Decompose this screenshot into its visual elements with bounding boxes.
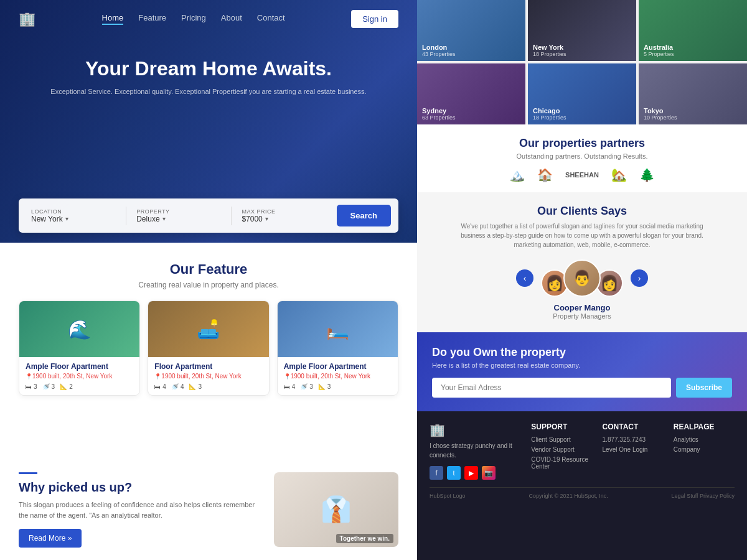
property-field[interactable]: PROPERTY Deluxe [131,206,226,226]
price-label: MAX PRICE [242,208,326,215]
carousel-next-button[interactable]: › [631,269,648,287]
hero-subtitle: Exceptional Service. Exceptional quality… [19,86,398,97]
property-label: PROPERTY [136,208,221,215]
readmore-button[interactable]: Read More » [19,529,82,548]
footer-bottom-left: HubSpot Logo [430,493,466,499]
nav-link-contact[interactable]: Contact [257,13,285,25]
carousel-prev-button[interactable]: ‹ [516,269,533,287]
location-label: LOCATION [31,208,116,215]
prop-image-1: 🛋️ [148,301,268,357]
location-field[interactable]: LOCATION New York [26,206,121,226]
footer-link-company[interactable]: Company [674,446,735,453]
partner-logo-2: SHEEHAN [565,171,599,179]
prop-name-2: Ample Floor Apartment [284,362,392,371]
city-info-2: Australia 5 Properties [639,40,679,61]
email-input[interactable] [432,378,671,398]
prop-area-1: 📐 3 [189,383,202,390]
why-title: Why picked us up? [19,480,261,495]
why-desc: This slogan produces a feeling of confid… [19,500,261,521]
partners-section: Our properties partners Outstanding part… [417,124,747,192]
social-facebook[interactable]: f [430,466,443,480]
property-card-1[interactable]: 🛋️ Floor Apartment 1900 built, 20th St, … [148,301,269,396]
why-accent [19,472,37,474]
right-panel: London 43 Properties New York 18 Propert… [417,0,747,560]
cta-form: Subscribe [432,378,732,398]
footer-col-title-contact: CONTACT [603,422,664,431]
prop-info-0: Ample Floor Apartment 1900 built, 20th S… [19,357,139,395]
city-card-1[interactable]: New York 18 Properties [528,0,636,61]
prop-beds-2: 🛏 4 [284,383,296,390]
city-name-3: Sydney [422,107,456,114]
property-card-2[interactable]: 🛏️ Ample Floor Apartment 1900 built, 20t… [277,301,398,396]
footer-link-phone[interactable]: 1.877.325.7243 [603,436,664,443]
city-info-1: New York 18 Properties [528,40,571,61]
footer-bottom: HubSpot Logo Copyright © 2021 HubSpot, I… [430,487,735,499]
city-info-0: London 43 Properties [417,40,461,61]
price-value[interactable]: $7000 [242,215,326,223]
signin-button[interactable]: Sign in [351,10,398,28]
city-card-5[interactable]: Tokyo 10 Properties [639,63,747,124]
city-name-0: London [422,44,456,51]
city-count-5: 10 Properties [644,114,677,121]
prop-info-2: Ample Floor Apartment 1900 built, 20th S… [278,357,398,395]
navbar: 🏢 Home Feature Pricing About Contact Sig… [0,0,417,38]
footer-col-title-support: SUPPORT [531,422,592,431]
city-info-3: Sydney 63 Properties [417,103,461,124]
testimonials-carousel: ‹ 👩 👨 👩 › [430,259,735,297]
prop-beds-0: 🛏 3 [26,383,37,390]
testimonial-name: Cooper Mango [430,303,735,312]
prop-stats-0: 🛏 3 🚿 3 📐 2 [26,383,133,390]
footer-link-analytics[interactable]: Analytics [674,436,735,443]
partner-icon-4: 🌲 [639,167,655,182]
prop-baths-0: 🚿 3 [42,383,55,390]
prop-addr-0: 1900 built, 20th St, New York [26,373,133,380]
prop-addr-2: 1900 built, 20th St, New York [284,373,392,380]
social-instagram[interactable]: 📷 [482,466,496,480]
city-card-3[interactable]: Sydney 63 Properties [417,63,525,124]
prop-image-0: 🌊 [19,301,139,357]
testimonial-role: Property Managers [430,312,735,320]
nav-link-feature[interactable]: Feature [138,13,166,25]
prop-image-2: 🛏️ [278,301,398,357]
testimonials-title: Our Clients Says [430,205,735,218]
search-button[interactable]: Search [337,205,391,226]
why-section: Why picked us up? This slogan produces a… [0,460,417,560]
why-left: Why picked us up? This slogan produces a… [19,472,261,548]
avatar-face-left: 👩 [545,274,564,292]
city-card-2[interactable]: Australia 5 Properties [639,0,747,61]
cta-subtitle: Here is a list of the greatest real esta… [432,362,732,369]
footer-link-client-support[interactable]: Client Support [531,436,592,443]
nav-link-home[interactable]: Home [102,13,124,25]
property-card-0[interactable]: 🌊 Ample Floor Apartment 1900 built, 20th… [19,301,140,396]
partners-logos: 🏔️ 🏠 SHEEHAN 🏡 🌲 [430,167,735,182]
footer-link-login[interactable]: Level One Login [603,446,664,453]
features-section: Our Feature Creating real value in prope… [0,243,417,460]
nav-link-about[interactable]: About [221,13,242,25]
prop-beds-1: 🛏 4 [154,383,166,390]
social-youtube[interactable]: ▶ [464,466,478,480]
divider-2 [231,207,232,225]
city-name-1: New York [533,44,566,51]
nav-link-pricing[interactable]: Pricing [181,13,206,25]
city-card-4[interactable]: Chicago 18 Properties [528,63,636,124]
partner-icon-0: 🏔️ [509,167,525,182]
city-grid: London 43 Properties New York 18 Propert… [417,0,747,124]
footer-logo: 🏢 [430,422,521,437]
footer-bottom-center: Copyright © 2021 HubSpot, Inc. [529,493,608,499]
prop-area-2: 📐 3 [318,383,331,390]
city-count-1: 18 Properties [533,51,566,57]
subscribe-button[interactable]: Subscribe [676,378,732,398]
footer-link-covid[interactable]: COVID-19 Resource Center [531,456,592,470]
location-value[interactable]: New York [31,215,116,223]
avatar-face-right: 👩 [600,274,619,292]
city-card-0[interactable]: London 43 Properties [417,0,525,61]
why-image: 👔 Together we win. [274,472,398,547]
footer-col-realpage: REALPAGE Analytics Company [674,422,735,480]
price-field[interactable]: MAX PRICE $7000 [237,206,331,226]
prop-info-1: Floor Apartment 1900 built, 20th St, New… [148,357,268,395]
footer-link-vendor-support[interactable]: Vendor Support [531,446,592,453]
footer-bottom-right: Legal Stuff Privacy Policy [672,493,735,499]
social-twitter[interactable]: t [447,466,461,480]
property-value[interactable]: Deluxe [136,215,221,223]
testimonials-section: Our Clients Says We've put together a li… [417,192,747,332]
